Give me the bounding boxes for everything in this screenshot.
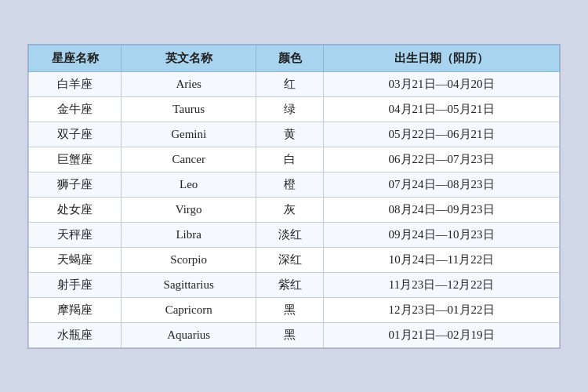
- header-chinese-name: 星座名称: [29, 45, 122, 71]
- cell-color: 黑: [256, 297, 324, 322]
- cell-color: 紫红: [256, 272, 324, 297]
- table-row: 水瓶座Aquarius黑01月21日—02月19日: [29, 322, 560, 347]
- table-body: 白羊座Aries红03月21日—04月20日金牛座Taurus绿04月21日—0…: [29, 71, 560, 347]
- cell-dates: 07月24日—08月23日: [324, 172, 560, 197]
- cell-chinese-name: 天蝎座: [29, 247, 122, 272]
- cell-dates: 10月24日—11月22日: [324, 247, 560, 272]
- table-row: 巨蟹座Cancer白06月22日—07月23日: [29, 147, 560, 172]
- cell-chinese-name: 处女座: [29, 197, 122, 222]
- cell-dates: 08月24日—09月23日: [324, 197, 560, 222]
- cell-chinese-name: 射手座: [29, 272, 122, 297]
- cell-color: 淡红: [256, 222, 324, 247]
- cell-english-name: Libra: [122, 222, 256, 247]
- header-dates: 出生日期（阳历）: [324, 45, 560, 71]
- cell-color: 灰: [256, 197, 324, 222]
- cell-dates: 04月21日—05月21日: [324, 96, 560, 122]
- cell-english-name: Gemini: [122, 122, 256, 147]
- table-row: 天秤座Libra淡红09月24日—10月23日: [29, 222, 560, 247]
- cell-english-name: Aquarius: [122, 322, 256, 347]
- cell-chinese-name: 天秤座: [29, 222, 122, 247]
- table-row: 双子座Gemini黄05月22日—06月21日: [29, 122, 560, 147]
- cell-chinese-name: 巨蟹座: [29, 147, 122, 172]
- cell-color: 绿: [256, 96, 324, 122]
- cell-dates: 06月22日—07月23日: [324, 147, 560, 172]
- zodiac-table-wrapper: 星座名称 英文名称 颜色 出生日期（阳历） 白羊座Aries红03月21日—04…: [27, 44, 561, 349]
- table-row: 白羊座Aries红03月21日—04月20日: [29, 71, 560, 96]
- table-row: 射手座Sagittarius紫红11月23日—12月22日: [29, 272, 560, 297]
- table-row: 天蝎座Scorpio深红10月24日—11月22日: [29, 247, 560, 272]
- table-row: 摩羯座Capricorn黑12月23日—01月22日: [29, 297, 560, 322]
- cell-chinese-name: 双子座: [29, 122, 122, 147]
- cell-dates: 01月21日—02月19日: [324, 322, 560, 347]
- header-english-name: 英文名称: [122, 45, 256, 71]
- table-header-row: 星座名称 英文名称 颜色 出生日期（阳历）: [29, 45, 560, 71]
- cell-dates: 12月23日—01月22日: [324, 297, 560, 322]
- table-row: 狮子座Leo橙07月24日—08月23日: [29, 172, 560, 197]
- table-row: 金牛座Taurus绿04月21日—05月21日: [29, 96, 560, 122]
- cell-color: 深红: [256, 247, 324, 272]
- cell-color: 橙: [256, 172, 324, 197]
- cell-chinese-name: 金牛座: [29, 96, 122, 122]
- cell-english-name: Scorpio: [122, 247, 256, 272]
- cell-english-name: Capricorn: [122, 297, 256, 322]
- cell-color: 黑: [256, 322, 324, 347]
- table-row: 处女座Virgo灰08月24日—09月23日: [29, 197, 560, 222]
- cell-english-name: Leo: [122, 172, 256, 197]
- zodiac-table: 星座名称 英文名称 颜色 出生日期（阳历） 白羊座Aries红03月21日—04…: [28, 45, 560, 348]
- cell-chinese-name: 水瓶座: [29, 322, 122, 347]
- cell-color: 黄: [256, 122, 324, 147]
- cell-english-name: Virgo: [122, 197, 256, 222]
- cell-dates: 11月23日—12月22日: [324, 272, 560, 297]
- cell-color: 白: [256, 147, 324, 172]
- cell-english-name: Taurus: [122, 96, 256, 122]
- cell-chinese-name: 狮子座: [29, 172, 122, 197]
- cell-color: 红: [256, 71, 324, 96]
- cell-english-name: Aries: [122, 71, 256, 96]
- header-color: 颜色: [256, 45, 324, 71]
- cell-chinese-name: 白羊座: [29, 71, 122, 96]
- cell-english-name: Sagittarius: [122, 272, 256, 297]
- cell-dates: 09月24日—10月23日: [324, 222, 560, 247]
- cell-chinese-name: 摩羯座: [29, 297, 122, 322]
- cell-dates: 03月21日—04月20日: [324, 71, 560, 96]
- cell-dates: 05月22日—06月21日: [324, 122, 560, 147]
- cell-english-name: Cancer: [122, 147, 256, 172]
